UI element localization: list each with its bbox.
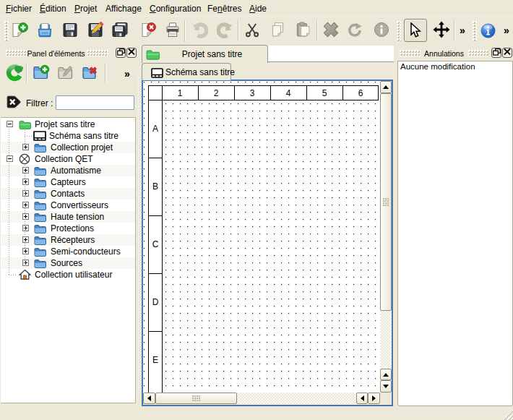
svg-text:2: 2	[214, 88, 219, 98]
svg-text:4: 4	[286, 88, 291, 98]
svg-text:3: 3	[250, 88, 255, 98]
svg-text:A: A	[152, 124, 158, 134]
svg-text:B: B	[152, 181, 158, 192]
svg-text:D: D	[152, 297, 159, 307]
svg-text:6: 6	[358, 88, 363, 98]
svg-text:E: E	[152, 355, 158, 365]
svg-text:C: C	[152, 239, 159, 249]
svg-text:1: 1	[178, 88, 183, 98]
svg-text:5: 5	[322, 88, 327, 98]
